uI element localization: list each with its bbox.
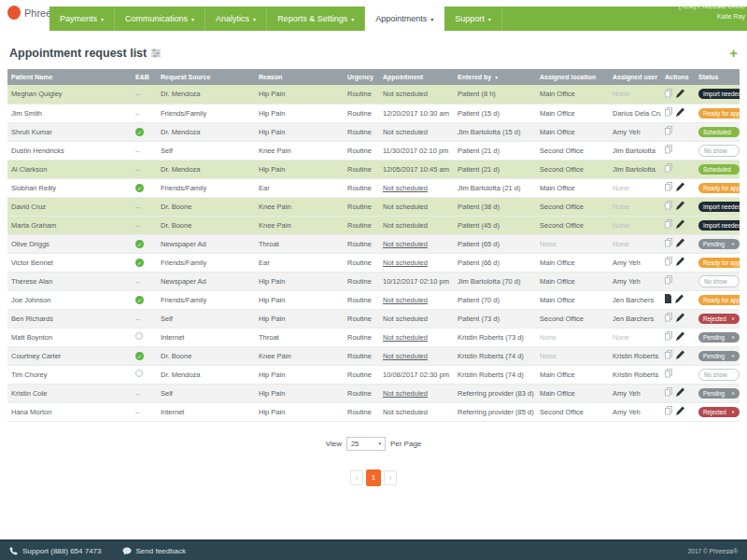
copy-icon[interactable]	[665, 126, 672, 137]
status-badge-import-needed[interactable]: Import needed∨	[698, 220, 740, 231]
appointment-cell[interactable]: Not scheduled	[379, 253, 454, 272]
status-badge-ready-for-appt[interactable]: Ready for appt∨	[698, 295, 740, 305]
patient-name-cell[interactable]: Ben Richards	[7, 309, 132, 328]
status-badge-ready-for-appt[interactable]: Ready for appt∨	[698, 183, 740, 193]
appointment-cell[interactable]: Not scheduled	[379, 178, 454, 197]
status-badge-no-show[interactable]: No show	[698, 275, 740, 287]
appointment-cell[interactable]: Not scheduled	[379, 328, 454, 346]
copy-icon[interactable]	[665, 387, 672, 399]
status-badge-scheduled[interactable]: Scheduled	[698, 127, 740, 137]
patient-name-cell[interactable]: Tim Chorey	[7, 365, 132, 384]
edit-pencil-icon[interactable]	[675, 294, 684, 305]
patient-name-cell[interactable]: Joe Johnson	[7, 290, 132, 309]
edit-pencil-icon[interactable]	[676, 201, 684, 212]
patient-name-cell[interactable]: Victor Bennet	[7, 253, 132, 272]
nav-tab-support[interactable]: Support▾	[444, 7, 502, 31]
status-badge-ready-for-appt[interactable]: Ready for appt∨	[698, 258, 740, 268]
send-feedback-link[interactable]: Send feedback	[122, 547, 186, 555]
patient-name-cell[interactable]: Hana Morton	[7, 402, 132, 421]
edit-pencil-icon[interactable]	[676, 406, 684, 417]
patient-name-cell[interactable]: Kristin Cole	[7, 384, 132, 402]
copy-icon[interactable]	[665, 107, 672, 119]
column-header-status[interactable]: Status	[695, 69, 740, 85]
status-badge-ready-for-appt[interactable]: Ready for appt∨	[698, 108, 740, 119]
copy-icon[interactable]	[665, 257, 672, 268]
column-header-request-source[interactable]: Request Source	[157, 69, 255, 85]
copy-icon[interactable]	[665, 145, 672, 156]
nav-tab-communications[interactable]: Communications▾	[115, 7, 205, 31]
patient-name-cell[interactable]: Courtney Carter	[7, 346, 132, 365]
document-icon[interactable]	[665, 294, 671, 305]
status-badge-no-show[interactable]: No show	[698, 145, 740, 157]
appointment-cell[interactable]: Not scheduled	[379, 290, 454, 309]
status-badge-pending[interactable]: Pending∨	[698, 351, 740, 361]
column-header-assigned-location[interactable]: Assigned location	[536, 69, 609, 85]
column-header-urgency[interactable]: Urgency	[344, 69, 379, 85]
appointment-cell[interactable]: Not scheduled	[379, 346, 454, 365]
patient-name-cell[interactable]: Al Clarkson	[7, 160, 132, 178]
copy-icon[interactable]	[665, 350, 672, 361]
schedule-appointment-link[interactable]: Not scheduled	[383, 352, 428, 360]
column-header-entered-by[interactable]: Entered by▼	[454, 69, 536, 85]
copy-icon[interactable]	[665, 182, 672, 193]
copy-icon[interactable]	[665, 89, 672, 100]
schedule-appointment-link[interactable]: Not scheduled	[383, 333, 428, 342]
page-1-button[interactable]: 1	[366, 469, 381, 486]
copy-icon[interactable]	[665, 238, 672, 249]
per-page-select[interactable]: 25 ▾	[346, 437, 386, 451]
status-badge-import-needed[interactable]: Import needed∨	[698, 202, 740, 212]
status-badge-pending[interactable]: Pending∨	[698, 239, 740, 249]
column-header-e-b[interactable]: E&B	[132, 69, 157, 85]
edit-pencil-icon[interactable]	[676, 89, 684, 100]
column-header-actions[interactable]: Actions	[661, 69, 695, 85]
copy-icon[interactable]	[665, 313, 672, 324]
column-header-assigned-user[interactable]: Assigned user	[609, 69, 661, 85]
patient-name-cell[interactable]: David Cruz	[7, 197, 132, 216]
next-page-button[interactable]: ›	[384, 470, 397, 485]
copy-icon[interactable]	[665, 219, 672, 231]
copy-icon[interactable]	[665, 275, 672, 287]
patient-name-cell[interactable]: Marta Graham	[7, 216, 132, 234]
schedule-appointment-link[interactable]: Not scheduled	[383, 259, 428, 267]
copy-icon[interactable]	[665, 369, 672, 380]
status-badge-no-show[interactable]: No show	[698, 369, 740, 381]
edit-pencil-icon[interactable]	[676, 350, 684, 361]
status-badge-scheduled[interactable]: Scheduled	[698, 164, 740, 175]
edit-pencil-icon[interactable]	[676, 331, 684, 343]
status-badge-rejected[interactable]: Rejected∨	[698, 314, 740, 324]
nav-tab-appointments[interactable]: Appointments▾	[365, 7, 444, 31]
filter-icon[interactable]	[151, 45, 162, 62]
support-phone-link[interactable]: Support (888) 654 7473	[9, 547, 102, 555]
column-header-reason[interactable]: Reason	[255, 69, 344, 85]
edit-pencil-icon[interactable]	[676, 238, 684, 249]
edit-pencil-icon[interactable]	[676, 107, 684, 119]
copy-icon[interactable]	[665, 331, 672, 343]
copy-icon[interactable]	[665, 163, 672, 175]
patient-name-cell[interactable]: Siobhan Reilly	[7, 178, 132, 197]
column-header-patient-name[interactable]: Patient Name	[7, 69, 132, 85]
schedule-appointment-link[interactable]: Not scheduled	[383, 389, 428, 398]
edit-pencil-icon[interactable]	[676, 219, 684, 231]
user-box[interactable]: (Test) Phreesia Ortho Katie Ray	[679, 1, 745, 21]
copy-icon[interactable]	[665, 406, 672, 417]
patient-name-cell[interactable]: Matt Boynton	[7, 328, 132, 346]
status-badge-pending[interactable]: Pending∨	[698, 388, 740, 399]
nav-tab-reports-settings[interactable]: Reports & Settings▾	[267, 7, 365, 31]
patient-name-cell[interactable]: Jim Smith	[7, 104, 132, 122]
appointment-cell[interactable]: Not scheduled	[379, 384, 454, 402]
column-header-appointment[interactable]: Appointment	[379, 69, 454, 85]
nav-tab-payments[interactable]: Payments▾	[49, 7, 115, 31]
schedule-appointment-link[interactable]: Not scheduled	[383, 240, 428, 248]
add-request-button[interactable]: +	[729, 48, 738, 59]
patient-name-cell[interactable]: Olive Driggs	[7, 234, 132, 253]
status-badge-rejected[interactable]: Rejected∨	[698, 407, 740, 417]
edit-pencil-icon[interactable]	[676, 313, 684, 324]
prev-page-button[interactable]: ‹	[350, 470, 363, 485]
edit-pencil-icon[interactable]	[676, 182, 684, 193]
copy-icon[interactable]	[665, 201, 672, 212]
appointment-cell[interactable]: Not scheduled	[379, 234, 454, 253]
patient-name-cell[interactable]: Dustin Hendricks	[7, 141, 132, 160]
edit-pencil-icon[interactable]	[676, 257, 684, 268]
patient-name-cell[interactable]: Therese Alan	[7, 272, 132, 290]
status-badge-import-needed[interactable]: Import needed∨	[698, 89, 740, 99]
